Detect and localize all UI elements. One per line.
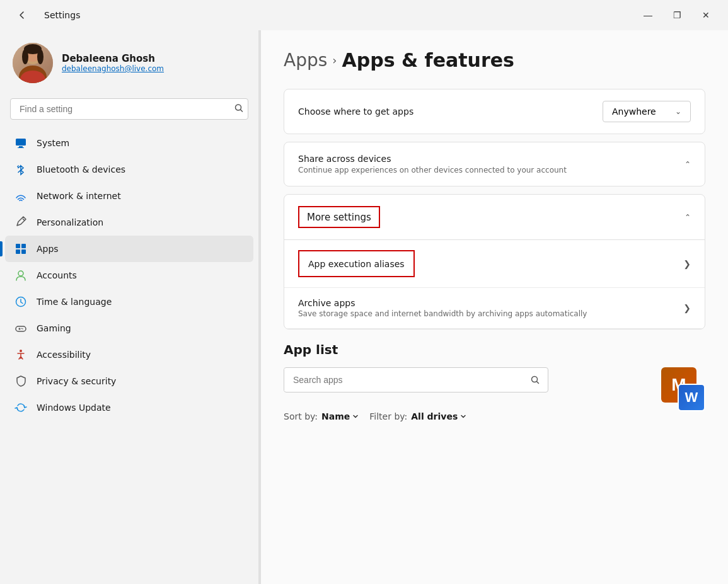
breadcrumb-apps[interactable]: Apps	[284, 50, 327, 71]
chevron-down-icon: ⌄	[675, 107, 681, 116]
search-apps-button[interactable]	[523, 368, 548, 392]
sidebar-item-personalization[interactable]: Personalization	[5, 209, 253, 236]
sidebar-item-time-label: Time & language	[37, 297, 112, 307]
sidebar-item-apps[interactable]: Apps	[5, 236, 253, 262]
sort-by-label: Sort by:	[284, 411, 318, 421]
filter-value-text: All drives	[411, 411, 458, 421]
title-bar: Settings — ❐ ✕	[0, 0, 728, 30]
back-button[interactable]	[8, 5, 37, 25]
archive-apps-chevron-icon: ❯	[683, 303, 691, 313]
search-apps-input[interactable]	[284, 369, 523, 391]
shield-icon	[14, 374, 28, 388]
anywhere-value: Anywhere	[612, 106, 656, 117]
network-icon	[14, 189, 28, 203]
nav-items: System ʿ́ Bluetooth & devices Network	[0, 130, 258, 421]
app-list-section: App list	[284, 342, 705, 421]
share-devices-title: Share across devices	[298, 154, 567, 164]
avatar-image	[13, 43, 53, 83]
share-devices-subtitle: Continue app experiences on other device…	[298, 166, 567, 175]
sidebar-item-gaming[interactable]: Gaming	[5, 315, 253, 341]
sidebar-item-accounts[interactable]: Accounts	[5, 262, 253, 289]
user-section: Debaleena Ghosh debaleenaghosh@live.com	[0, 30, 258, 98]
sidebar-item-updates-label: Windows Update	[37, 403, 111, 413]
sidebar-item-accessibility-label: Accessibility	[37, 350, 91, 360]
search-icon-button[interactable]	[234, 104, 243, 115]
sidebar-item-accessibility[interactable]: Accessibility	[5, 341, 253, 368]
app-execution-box: App execution aliases	[298, 250, 415, 277]
sidebar-item-system[interactable]: System	[5, 130, 253, 156]
app-execution-aliases-row[interactable]: App execution aliases ❯	[284, 240, 705, 288]
sort-by-group: Sort by: Name	[284, 411, 359, 421]
svg-point-19	[20, 350, 22, 352]
svg-point-16	[18, 271, 23, 276]
avatar	[13, 43, 53, 83]
sidebar-item-network[interactable]: Network & internet	[5, 183, 253, 209]
ms-icon-w: W	[678, 384, 705, 411]
svg-rect-12	[16, 244, 20, 248]
sidebar-item-bluetooth-label: Bluetooth & devices	[37, 164, 125, 175]
more-settings-header[interactable]: More settings ⌃	[284, 195, 705, 240]
search-apps-box	[284, 367, 548, 392]
more-settings-card: More settings ⌃ App execution aliases ❯ …	[284, 194, 705, 329]
close-button[interactable]: ✕	[691, 5, 720, 25]
filter-value-dropdown[interactable]: All drives	[411, 411, 467, 421]
app-list-title: App list	[284, 342, 338, 357]
sidebar-item-time[interactable]: Time & language	[5, 289, 253, 315]
page-title: Apps & features	[342, 49, 514, 71]
sidebar-item-privacy[interactable]: Privacy & security	[5, 368, 253, 394]
page-header: Apps › Apps & features	[284, 49, 705, 71]
choose-apps-label: Choose where to get apps	[298, 106, 413, 117]
sidebar-item-privacy-label: Privacy & security	[37, 376, 116, 386]
main-content: Apps › Apps & features Choose where to g…	[261, 30, 728, 584]
user-name: Debaleena Ghosh	[62, 53, 164, 64]
bottom-row: Sort by: Name Filter by: All d	[284, 367, 705, 421]
sidebar-item-bluetooth[interactable]: ʿ́ Bluetooth & devices	[5, 156, 253, 183]
archive-apps-subtitle: Save storage space and internet bandwidt…	[298, 309, 587, 318]
share-devices-row[interactable]: Share across devices Continue app experi…	[284, 142, 705, 186]
window-controls: — ❐ ✕	[633, 5, 720, 25]
apps-icon	[14, 242, 28, 256]
filter-by-label: Filter by:	[369, 411, 407, 421]
sidebar-item-network-label: Network & internet	[37, 191, 121, 201]
share-devices-info: Share across devices Continue app experi…	[298, 154, 567, 175]
svg-rect-9	[19, 146, 23, 147]
sort-value-dropdown[interactable]: Name	[321, 411, 359, 421]
share-devices-card: Share across devices Continue app experi…	[284, 142, 705, 186]
bluetooth-icon: ʿ́	[14, 163, 28, 176]
svg-rect-10	[18, 147, 24, 148]
anywhere-dropdown[interactable]: Anywhere ⌄	[603, 101, 691, 122]
minimize-button[interactable]: —	[633, 5, 662, 25]
svg-point-5	[37, 49, 43, 64]
more-settings-title: More settings	[307, 212, 371, 223]
archive-apps-title: Archive apps	[298, 298, 587, 308]
svg-point-4	[22, 49, 28, 64]
svg-rect-15	[21, 249, 26, 254]
sidebar-item-accounts-label: Accounts	[37, 270, 77, 280]
svg-rect-14	[16, 249, 20, 254]
sidebar: Debaleena Ghosh debaleenaghosh@live.com	[0, 30, 258, 584]
chevron-up-icon: ⌃	[685, 160, 691, 169]
gaming-icon	[14, 321, 28, 335]
search-input[interactable]	[10, 98, 248, 120]
user-info: Debaleena Ghosh debaleenaghosh@live.com	[62, 53, 164, 73]
person-icon	[14, 268, 28, 282]
app-execution-aliases-title: App execution aliases	[308, 259, 405, 269]
search-box	[10, 98, 248, 120]
choose-apps-card: Choose where to get apps Anywhere ⌄	[284, 89, 705, 134]
svg-rect-8	[16, 139, 26, 146]
user-email[interactable]: debaleenaghosh@live.com	[62, 64, 164, 73]
archive-apps-info: Archive apps Save storage space and inte…	[298, 298, 587, 318]
maximize-button[interactable]: ❐	[662, 5, 691, 25]
archive-apps-row[interactable]: Archive apps Save storage space and inte…	[284, 288, 705, 329]
filter-by-group: Filter by: All drives	[369, 411, 467, 421]
sidebar-item-personalization-label: Personalization	[37, 217, 103, 227]
more-settings-title-box: More settings	[298, 206, 380, 228]
app-body: Debaleena Ghosh debaleenaghosh@live.com	[0, 30, 728, 584]
sidebar-item-gaming-label: Gaming	[37, 323, 71, 333]
app-execution-chevron-icon: ❯	[683, 259, 691, 269]
accessibility-icon	[14, 348, 28, 362]
sidebar-item-updates[interactable]: Windows Update	[5, 394, 253, 421]
pencil-icon	[14, 215, 28, 229]
sidebar-item-apps-label: Apps	[37, 244, 59, 254]
update-icon	[14, 401, 28, 415]
